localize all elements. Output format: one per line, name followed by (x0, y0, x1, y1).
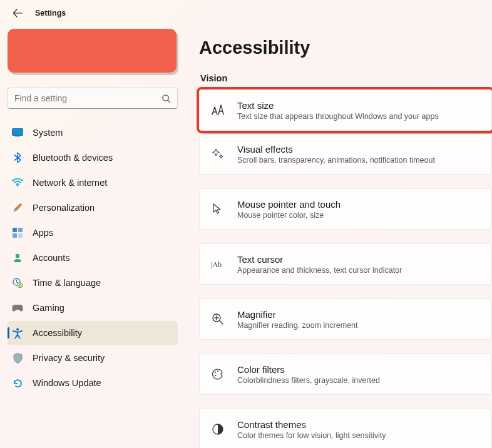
arrow-left-icon (13, 8, 23, 18)
card-color-filters[interactable]: Color filters Colorblindness filters, gr… (199, 354, 492, 395)
sidebar-item-label: Accessibility (33, 328, 82, 338)
card-magnifier[interactable]: Magnifier Magnifier reading, zoom increm… (199, 298, 492, 340)
accessibility-icon (11, 327, 24, 339)
card-title: Magnifier (237, 309, 357, 320)
apps-icon (11, 227, 24, 239)
text-size-icon (211, 103, 225, 117)
section-label: Vision (200, 73, 492, 83)
card-subtitle: Magnifier reading, zoom increment (237, 321, 357, 330)
search-icon (161, 94, 171, 103)
card-subtitle: Colorblindness filters, grayscale, inver… (237, 376, 380, 385)
pointer-icon (211, 202, 225, 216)
card-subtitle: Appearance and thickness, text cursor in… (237, 266, 402, 275)
svg-point-3 (17, 185, 19, 187)
sidebar: System Bluetooth & devices Network & int… (0, 26, 185, 448)
sidebar-item-label: Apps (33, 228, 53, 238)
card-title: Contrast themes (237, 419, 386, 430)
card-subtitle: Mouse pointer color, size (237, 211, 341, 220)
titlebar-title: Settings (35, 9, 66, 18)
card-subtitle: Scroll bars, transparency, animations, n… (237, 156, 435, 165)
clock-globe-icon (11, 277, 24, 289)
sidebar-item-label: Privacy & security (33, 353, 105, 363)
text-cursor-icon: |Ab (211, 257, 225, 271)
sparkle-icon (211, 147, 225, 161)
sidebar-item-personalization[interactable]: Personalization (8, 196, 178, 220)
sidebar-item-label: Bluetooth & devices (33, 153, 113, 163)
sidebar-item-accounts[interactable]: Accounts (8, 246, 178, 270)
magnifier-icon (211, 312, 225, 326)
bluetooth-icon (11, 151, 24, 164)
sidebar-item-windows-update[interactable]: Windows Update (8, 371, 178, 395)
gaming-icon (11, 302, 24, 314)
paintbrush-icon (11, 201, 24, 214)
system-icon (11, 126, 24, 139)
sidebar-item-label: Personalization (33, 203, 95, 213)
sidebar-item-system[interactable]: System (8, 121, 178, 145)
card-subtitle: Color themes for low vision, light sensi… (237, 431, 386, 440)
nav-list: System Bluetooth & devices Network & int… (5, 120, 180, 395)
svg-point-8 (16, 254, 19, 258)
card-subtitle: Text size that appears throughout Window… (237, 112, 439, 121)
sidebar-item-label: Windows Update (33, 378, 101, 388)
svg-rect-2 (15, 136, 20, 137)
svg-point-0 (163, 94, 168, 100)
back-button[interactable] (11, 7, 24, 19)
wifi-icon (11, 176, 24, 189)
card-title: Mouse pointer and touch (237, 199, 341, 210)
card-contrast-themes[interactable]: Contrast themes Color themes for low vis… (199, 409, 492, 448)
sidebar-item-label: System (33, 128, 63, 138)
palette-icon (211, 367, 225, 381)
sidebar-item-network[interactable]: Network & internet (8, 171, 178, 195)
main-panel: Accessibility Vision Text size Text size… (185, 26, 492, 448)
svg-rect-1 (13, 129, 23, 136)
card-text-size[interactable]: Text size Text size that appears through… (199, 89, 492, 131)
card-title: Text size (237, 100, 439, 111)
svg-point-15 (217, 370, 218, 372)
sidebar-item-time-language[interactable]: Time & language (8, 271, 178, 295)
svg-rect-6 (13, 233, 17, 238)
card-visual-effects[interactable]: Visual effects Scroll bars, transparency… (199, 133, 492, 175)
settings-cards: Text size Text size that appears through… (199, 89, 492, 448)
sidebar-item-accessibility[interactable]: Accessibility (8, 321, 178, 345)
svg-point-11 (16, 328, 19, 330)
svg-text:|Ab: |Ab (211, 260, 222, 269)
sidebar-item-gaming[interactable]: Gaming (8, 296, 178, 320)
update-icon (11, 377, 24, 389)
svg-rect-7 (18, 233, 23, 238)
svg-point-16 (215, 375, 216, 376)
search-input[interactable] (14, 93, 156, 103)
titlebar: Settings (0, 0, 492, 26)
card-text-cursor[interactable]: |Ab Text cursor Appearance and thickness… (199, 243, 492, 285)
svg-rect-4 (13, 228, 17, 232)
sidebar-item-privacy[interactable]: Privacy & security (8, 346, 178, 370)
sidebar-item-label: Accounts (33, 253, 70, 263)
sidebar-item-label: Network & internet (33, 178, 107, 188)
shield-icon (11, 352, 24, 364)
contrast-icon (211, 422, 225, 436)
sidebar-item-label: Time & language (33, 278, 101, 288)
person-icon (11, 252, 24, 264)
sidebar-item-label: Gaming (33, 303, 64, 313)
sidebar-item-bluetooth[interactable]: Bluetooth & devices (8, 146, 178, 170)
card-title: Color filters (237, 364, 380, 375)
card-title: Text cursor (237, 254, 402, 265)
svg-point-14 (215, 372, 216, 373)
svg-rect-5 (18, 228, 23, 232)
card-title: Visual effects (237, 144, 435, 155)
card-mouse-pointer[interactable]: Mouse pointer and touch Mouse pointer co… (199, 188, 492, 230)
search-box[interactable] (8, 88, 178, 109)
page-title: Accessibility (199, 38, 492, 58)
sidebar-item-apps[interactable]: Apps (8, 221, 178, 245)
redacted-profile-block (8, 29, 177, 73)
